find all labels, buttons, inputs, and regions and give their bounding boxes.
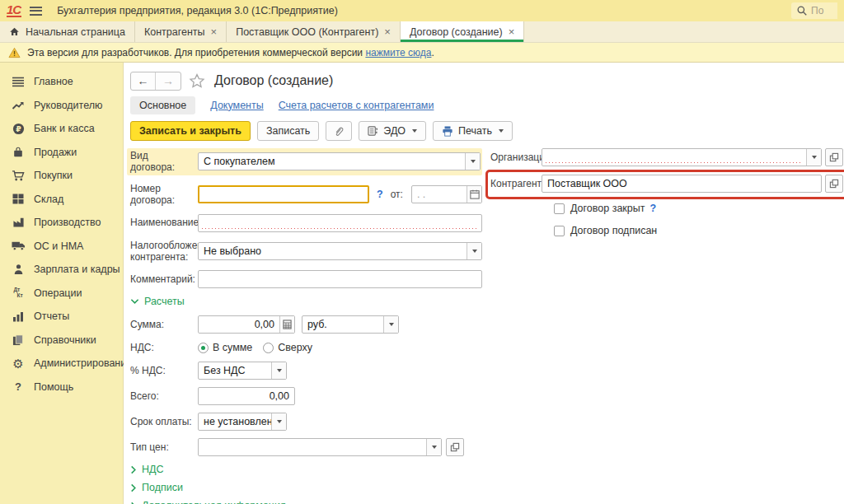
nalogooblozhenie-select[interactable]: Не выбрано — [198, 242, 482, 260]
sidebar-item-spravochniki[interactable]: Справочники — [0, 329, 123, 352]
vid-dogovora-label: Вид договора: — [130, 150, 198, 174]
field-dogovor-zakryt: Договор закрыт ? — [554, 203, 843, 214]
favorite-star-icon[interactable] — [189, 73, 205, 89]
search-icon — [796, 5, 808, 16]
vsego-input[interactable] — [198, 387, 295, 405]
open-link-icon[interactable] — [825, 175, 843, 193]
sidebar-item-pomoshch[interactable]: ? Помощь — [0, 376, 123, 399]
close-icon[interactable]: × — [384, 26, 391, 37]
history-nav: ← → — [130, 72, 181, 91]
dropdown-arrow-icon[interactable] — [806, 149, 821, 166]
summa-input[interactable] — [199, 316, 279, 333]
close-icon[interactable]: × — [211, 26, 218, 37]
dogovor-podpisan-checkbox[interactable] — [554, 226, 565, 236]
sidebar-item-operacii[interactable]: ДтКт Операции — [0, 282, 123, 306]
organizaciya-label: Организация: — [490, 152, 542, 163]
sidebar-item-label: Покупки — [34, 170, 73, 181]
dropdown-arrow-icon[interactable] — [426, 439, 441, 455]
open-link-icon[interactable] — [825, 148, 843, 166]
nomer-help-icon[interactable]: ? — [377, 189, 383, 200]
tab-scheta-raschetov[interactable]: Счета расчетов с контрагентами — [279, 100, 434, 111]
organizaciya-select[interactable] — [542, 148, 822, 166]
dropdown-arrow-icon[interactable] — [271, 362, 286, 379]
window-title: Бухгалтерия предприятия, редакция 3.0 (1… — [57, 5, 338, 16]
tab-postavshchik[interactable]: Поставщик ООО (Контрагент) × — [227, 21, 401, 42]
kontragent-input[interactable] — [542, 175, 822, 193]
dropdown-arrow-icon[interactable] — [271, 413, 286, 430]
tab-home[interactable]: Начальная страница — [0, 21, 135, 42]
raschety-section-toggle[interactable]: Расчеты — [130, 296, 482, 307]
nds-label: НДС: — [130, 342, 198, 353]
print-button[interactable]: Печать — [433, 121, 513, 141]
form-fields: Вид договора: С покупателем Номер догово… — [130, 148, 844, 504]
tab-kontragenty[interactable]: Контрагенты × — [135, 21, 227, 42]
form-header: ← → Договор (создание) — [130, 69, 844, 92]
dogovor-zakryt-checkbox[interactable] — [554, 203, 565, 214]
main-menu-icon[interactable] — [30, 7, 42, 16]
sidebar-item-pokupki[interactable]: Покупки — [0, 164, 123, 188]
currency-select[interactable]: руб. — [302, 315, 399, 334]
nomer-input[interactable] — [198, 185, 369, 203]
sidebar-item-rukovoditelyu[interactable]: Руководителю — [0, 94, 123, 118]
sidebar-item-zarplata[interactable]: Зарплата и кадры — [0, 258, 123, 282]
dogovor-zakryt-help-icon[interactable]: ? — [650, 203, 657, 214]
sidebar-item-otchety[interactable]: Отчеты — [0, 305, 123, 329]
open-link-icon[interactable] — [446, 438, 464, 456]
sidebar-item-sklad[interactable]: Склад — [0, 188, 123, 212]
field-nalogooblozhenie: Налогообложение контрагента: Не выбрано — [130, 240, 482, 264]
page-title: Договор (создание) — [214, 73, 333, 88]
date-field[interactable]: . . — [411, 185, 482, 203]
tab-label: Начальная страница — [26, 26, 125, 38]
group-nds-toggle[interactable]: НДС — [130, 464, 482, 475]
dropdown-arrow-icon[interactable] — [383, 316, 398, 333]
svg-text:₽: ₽ — [16, 124, 21, 133]
back-button[interactable]: ← — [131, 72, 156, 90]
radio-v-summe[interactable] — [198, 343, 209, 353]
sidebar-item-label: Продажи — [34, 147, 77, 158]
sidebar-item-os-i-nma[interactable]: ОС и НМА — [0, 235, 123, 259]
sidebar-item-label: Склад — [34, 194, 63, 205]
calculator-icon[interactable] — [279, 316, 294, 333]
dropdown-arrow-icon[interactable] — [465, 153, 480, 170]
global-search[interactable]: По — [791, 2, 837, 19]
summa-field[interactable] — [198, 315, 295, 334]
sidebar-item-proizvodstvo[interactable]: Производство — [0, 211, 123, 235]
naimenovanie-input[interactable] — [198, 214, 482, 232]
sidebar-item-glavnoe[interactable]: Главное — [0, 70, 123, 94]
sidebar-item-bank-i-kassa[interactable]: ₽ Банк и касса — [0, 117, 123, 141]
edo-button[interactable]: ЭДО — [359, 121, 426, 141]
group-podpisi-toggle[interactable]: Подписи — [130, 482, 482, 493]
field-vsego: Всего: — [130, 387, 482, 405]
kommentarij-input[interactable] — [198, 270, 482, 288]
close-icon[interactable]: × — [509, 26, 515, 37]
srok-oplaty-select[interactable]: не установлен — [198, 413, 287, 431]
field-vid-dogovora: Вид договора: С покупателем — [127, 148, 482, 175]
sidebar-item-prodazhi[interactable]: Продажи — [0, 141, 123, 165]
forward-button[interactable]: → — [156, 72, 181, 90]
person-icon — [11, 263, 26, 276]
attachments-button[interactable] — [326, 121, 352, 141]
warning-link[interactable]: нажмите сюда — [365, 47, 431, 58]
vid-dogovora-select[interactable]: С покупателем — [198, 152, 481, 170]
pct-nds-select[interactable]: Без НДС — [198, 362, 287, 380]
tab-dogovor-active[interactable]: Договор (создание) × — [401, 21, 524, 42]
cart-icon — [11, 169, 26, 182]
dt-kt-icon: ДтКт — [11, 287, 26, 300]
field-pct-nds: % НДС: Без НДС — [130, 362, 482, 380]
save-button[interactable]: Записать — [257, 121, 319, 141]
tab-osnovnoe[interactable]: Основное — [130, 96, 195, 114]
save-and-close-button[interactable]: Записать и закрыть — [130, 121, 251, 141]
sidebar-item-administrirovanie[interactable]: ⚙ Администрирование — [0, 352, 123, 376]
field-summa: Сумма: руб. — [130, 315, 482, 334]
radio-sverhu[interactable] — [263, 343, 274, 353]
1c-logo-icon[interactable]: 1С — [7, 4, 21, 17]
chevron-down-icon — [130, 298, 139, 305]
dropdown-arrow-icon[interactable] — [467, 243, 481, 259]
calendar-icon[interactable] — [467, 186, 481, 203]
tab-dokumenty[interactable]: Документы — [210, 100, 263, 111]
group-dop-informaciya-toggle[interactable]: Дополнительная информация — [130, 500, 482, 504]
tip-cen-input[interactable] — [199, 439, 426, 455]
organizaciya-input[interactable] — [542, 149, 806, 166]
tip-cen-select[interactable] — [198, 438, 442, 456]
bar-chart-icon — [11, 310, 26, 323]
